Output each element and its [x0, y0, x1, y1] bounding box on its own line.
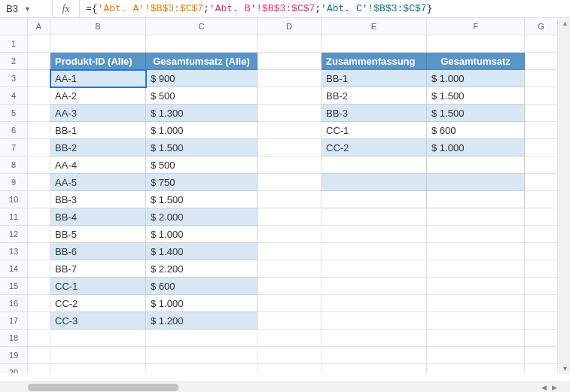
cell-D12[interactable] — [258, 226, 322, 243]
cell-G10[interactable] — [525, 191, 558, 208]
cell-D17[interactable] — [258, 312, 322, 330]
cell-B2[interactable]: Produkt-ID (Alle) — [50, 53, 146, 70]
cell-A16[interactable] — [28, 295, 50, 312]
row-header-12[interactable]: 12 — [0, 226, 28, 243]
cell-B7[interactable]: BB-2 — [50, 139, 146, 156]
select-all-corner[interactable] — [0, 18, 28, 35]
cell-A3[interactable] — [28, 70, 50, 87]
cell-A19[interactable] — [28, 347, 50, 364]
cell-B17[interactable]: CC-3 — [50, 312, 146, 330]
cell-B3[interactable]: AA-1 — [50, 70, 146, 87]
cell-E13[interactable] — [322, 243, 427, 260]
cell-D14[interactable] — [258, 260, 322, 278]
cell-C16[interactable]: $ 1.000 — [146, 295, 258, 312]
cell-D6[interactable] — [258, 122, 322, 139]
row-header-1[interactable]: 1 — [0, 35, 28, 53]
column-header-D[interactable]: D — [258, 18, 322, 35]
row-header-11[interactable]: 11 — [0, 208, 28, 226]
cell-B1[interactable] — [50, 35, 146, 53]
column-header-F[interactable]: F — [427, 18, 525, 35]
cell-C17[interactable]: $ 1.200 — [146, 312, 258, 330]
row-header-10[interactable]: 10 — [0, 191, 28, 208]
cell-G4[interactable] — [525, 87, 558, 105]
cell-C5[interactable]: $ 1.300 — [146, 105, 258, 122]
cell-F11[interactable] — [427, 208, 525, 226]
row-header-9[interactable]: 9 — [0, 174, 28, 191]
vertical-scrollbar[interactable]: ▲ ▼ — [559, 18, 570, 373]
cell-B5[interactable]: AA-3 — [50, 105, 146, 122]
cell-A10[interactable] — [28, 191, 50, 208]
cell-G15[interactable] — [525, 278, 558, 295]
column-header-E[interactable]: E — [322, 18, 427, 35]
cell-E9[interactable] — [322, 174, 427, 191]
cell-E19[interactable] — [322, 347, 427, 364]
row-header-20[interactable]: 20 — [0, 364, 28, 373]
cell-G1[interactable] — [525, 35, 558, 53]
dropdown-icon[interactable]: ▼ — [24, 5, 31, 13]
row-header-19[interactable]: 19 — [0, 347, 28, 364]
cell-E17[interactable] — [322, 312, 427, 330]
cell-B18[interactable] — [50, 330, 146, 347]
cell-F17[interactable] — [427, 312, 525, 330]
cell-C7[interactable]: $ 1.500 — [146, 139, 258, 156]
cell-B8[interactable]: AA-4 — [50, 156, 146, 174]
cell-B16[interactable]: CC-2 — [50, 295, 146, 312]
cell-F4[interactable]: $ 1.500 — [427, 87, 525, 105]
cell-B12[interactable]: BB-5 — [50, 226, 146, 243]
cell-D1[interactable] — [258, 35, 322, 53]
cell-B6[interactable]: BB-1 — [50, 122, 146, 139]
cell-D3[interactable] — [258, 70, 322, 87]
cell-G19[interactable] — [525, 347, 558, 364]
row-header-3[interactable]: 3 — [0, 70, 28, 87]
cell-A13[interactable] — [28, 243, 50, 260]
cell-B19[interactable] — [50, 347, 146, 364]
cell-E20[interactable] — [322, 364, 427, 373]
cell-E11[interactable] — [322, 208, 427, 226]
cell-E18[interactable] — [322, 330, 427, 347]
row-header-15[interactable]: 15 — [0, 278, 28, 295]
cell-A7[interactable] — [28, 139, 50, 156]
cell-reference-box[interactable]: B3 ▼ — [0, 0, 53, 17]
cell-C20[interactable] — [146, 364, 258, 373]
cell-B4[interactable]: AA-2 — [50, 87, 146, 105]
cell-G11[interactable] — [525, 208, 558, 226]
cell-C9[interactable]: $ 750 — [146, 174, 258, 191]
cell-A15[interactable] — [28, 278, 50, 295]
cell-E10[interactable] — [322, 191, 427, 208]
cell-C18[interactable] — [146, 330, 258, 347]
column-header-C[interactable]: C — [146, 18, 258, 35]
cell-C4[interactable]: $ 500 — [146, 87, 258, 105]
cell-C11[interactable]: $ 2.000 — [146, 208, 258, 226]
cell-F14[interactable] — [427, 260, 525, 278]
cell-A6[interactable] — [28, 122, 50, 139]
cell-F16[interactable] — [427, 295, 525, 312]
cell-D9[interactable] — [258, 174, 322, 191]
cell-E12[interactable] — [322, 226, 427, 243]
cell-F3[interactable]: $ 1.000 — [427, 70, 525, 87]
cell-E3[interactable]: BB-1 — [322, 70, 427, 87]
cell-G12[interactable] — [525, 226, 558, 243]
row-header-5[interactable]: 5 — [0, 105, 28, 122]
cell-C6[interactable]: $ 1.000 — [146, 122, 258, 139]
cell-B13[interactable]: BB-6 — [50, 243, 146, 260]
cell-D15[interactable] — [258, 278, 322, 295]
cell-G18[interactable] — [525, 330, 558, 347]
cell-C1[interactable] — [146, 35, 258, 53]
cell-G8[interactable] — [525, 156, 558, 174]
cell-E2[interactable]: Zusammenfassung — [322, 53, 427, 70]
cell-G13[interactable] — [525, 243, 558, 260]
cell-D13[interactable] — [258, 243, 322, 260]
cell-G17[interactable] — [525, 312, 558, 330]
cell-A12[interactable] — [28, 226, 50, 243]
cell-G5[interactable] — [525, 105, 558, 122]
cell-B20[interactable] — [50, 364, 146, 373]
cell-A5[interactable] — [28, 105, 50, 122]
row-header-4[interactable]: 4 — [0, 87, 28, 105]
cell-A8[interactable] — [28, 156, 50, 174]
column-header-A[interactable]: A — [28, 18, 50, 35]
cell-F7[interactable]: $ 1.000 — [427, 139, 525, 156]
cell-D19[interactable] — [258, 347, 322, 364]
cell-B14[interactable]: BB-7 — [50, 260, 146, 278]
cell-G2[interactable] — [525, 53, 558, 70]
cell-C8[interactable]: $ 500 — [146, 156, 258, 174]
